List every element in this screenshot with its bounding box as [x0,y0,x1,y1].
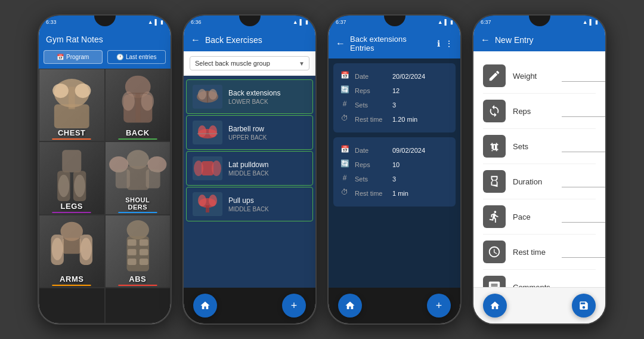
entry-2-sets-row: # Sets 3 [339,172,450,186]
phone3-fab-bar: + [329,288,460,323]
category-legs[interactable]: LEGS [39,141,105,214]
filter-select-wrapper: Select back muscle group LOWER BACK UPPE… [190,56,309,70]
back-arrow-3[interactable]: ← [336,38,345,49]
phone3-home-fab[interactable] [338,294,362,318]
clock-icon [488,245,501,258]
entry-2-reps-row: 🔄 Reps 10 [339,158,450,172]
date-label-e2: Date [355,147,388,154]
exercise-item-lat-pulldown[interactable]: Lat pulldown MIDDLE BACK [186,151,313,186]
exercise-thumb-barbell-row [193,121,222,144]
run-icon [488,210,501,223]
svg-rect-54 [206,205,209,212]
plus-icon-3: + [436,300,442,312]
phones-container: 6:33 ▲ ▌ ▮ Gym Rat Notes 📅 Program 🕐 Las… [0,0,644,339]
rest-label-e1: Rest time [355,116,388,123]
category-chest[interactable]: CHEST [39,69,105,141]
svg-point-52 [198,195,206,207]
rest-time-label-f: Rest time [513,248,555,257]
svg-rect-30 [127,239,136,246]
rest-icon-e1: ⏱ [339,114,350,125]
wifi-icon-2: ▲ [293,19,298,25]
sets-label-e1: Sets [355,101,388,109]
comments-label-f: Comments [513,283,555,288]
category-back[interactable]: BACK [105,69,171,141]
duration-input[interactable] [562,175,605,187]
date-value-e1: 20/02/2024 [392,73,425,80]
tab-program-label: Program [66,54,89,60]
sets-icon-e1: # [339,100,350,110]
reps-icon-e1: 🔄 [339,85,350,96]
comments-field: Comments [483,270,596,287]
tab-program[interactable]: 📅 Program [44,50,103,64]
category-shoulders[interactable]: SHOULDERS [105,141,171,214]
rest-time-input[interactable] [562,246,605,258]
category-extra-1 [39,288,105,323]
svg-point-2 [52,84,69,98]
legs-label: LEGS [39,202,104,211]
category-abs[interactable]: ABS [105,215,171,288]
plus-icon-2: + [291,300,298,312]
comments-icon-box [483,276,506,287]
info-icon[interactable]: ℹ [437,39,440,48]
svg-point-53 [209,195,217,207]
muscle-group-filter[interactable]: Select back muscle group LOWER BACK UPPE… [190,56,309,70]
exercise-item-barbell-row[interactable]: Barbell row UPPER BACK [186,115,313,150]
category-extra-2 [105,288,171,323]
phone4-home-fab[interactable] [483,294,507,318]
entries-bar: ← Back extensions Entries ℹ ⋮ [329,29,460,58]
tab-last-entries[interactable]: 🕐 Last entries [107,50,166,64]
phone-2: 6:36 ▲ ▌ ▮ ← Back Exercises Select back … [182,14,317,325]
svg-rect-34 [127,258,136,265]
rest-time-icon-box [483,241,506,263]
wifi-icon-3: ▲ [438,19,443,25]
pace-icon-box [483,205,506,228]
status-icons-4: ▲ ▌ ▮ [583,19,598,25]
phone2-fab-bar: + [184,288,315,323]
back-arrow-4[interactable]: ← [481,35,490,45]
reps-input[interactable] [562,105,605,117]
menu-icon[interactable]: ⋮ [445,39,453,48]
weight-field: Weight [483,58,596,94]
calendar-icon-e1: 📅 [339,71,350,82]
phone-1: 6:33 ▲ ▌ ▮ Gym Rat Notes 📅 Program 🕐 Las… [38,14,172,325]
weight-input[interactable] [562,70,605,82]
pace-field: Pace [483,199,596,235]
duration-label-f: Duration [513,177,555,186]
status-icons-2: ▲ ▌ ▮ [293,19,308,25]
phone4-content: ← New Entry Weight Reps [473,29,605,323]
comment-icon [488,281,501,287]
svg-rect-31 [139,239,148,246]
phone2-add-fab[interactable]: + [282,294,306,318]
exercise-thumb-back-extensions [193,85,222,109]
svg-rect-23 [62,238,81,254]
pull-ups-thumb-svg [193,192,222,216]
legs-underline [52,212,91,213]
sets-field: Sets [483,129,596,164]
hourglass-icon [488,175,501,188]
phone3-content: ← Back extensions Entries ℹ ⋮ 📅 Date 20/… [329,29,460,323]
back-arrow-2[interactable]: ← [191,35,200,45]
phone4-save-fab[interactable] [572,294,596,318]
sets-icon-e2: # [339,174,350,184]
tab-last-entries-label: Last entries [126,54,157,60]
rest-icon-e2: ⏱ [339,188,350,199]
svg-point-38 [198,89,206,100]
category-arms[interactable]: ARMS [39,215,105,288]
exercise-muscle-barbell-row: UPPER BACK [228,134,306,141]
filter-row: Select back muscle group LOWER BACK UPPE… [184,51,315,76]
exercise-item-pull-ups[interactable]: Pull ups MIDDLE BACK [186,187,313,221]
app-title-1: Gym Rat Notes [46,35,103,44]
exercise-muscle-pull-ups: MIDDLE BACK [228,206,306,212]
pace-input[interactable] [562,211,605,223]
phone3-add-fab[interactable]: + [427,294,451,318]
sets-input[interactable] [562,140,605,152]
back-exercises-bar: ← Back Exercises [184,29,315,51]
sets-label-e2: Sets [355,175,388,183]
exercise-item-back-extensions[interactable]: Back extensions LOWER BACK [186,79,313,114]
back-label: BACK [106,128,171,137]
comments-input[interactable] [562,281,605,287]
reps-icon [488,104,501,118]
phone2-home-fab[interactable] [193,294,217,318]
save-icon [578,300,589,311]
svg-point-27 [80,238,92,260]
